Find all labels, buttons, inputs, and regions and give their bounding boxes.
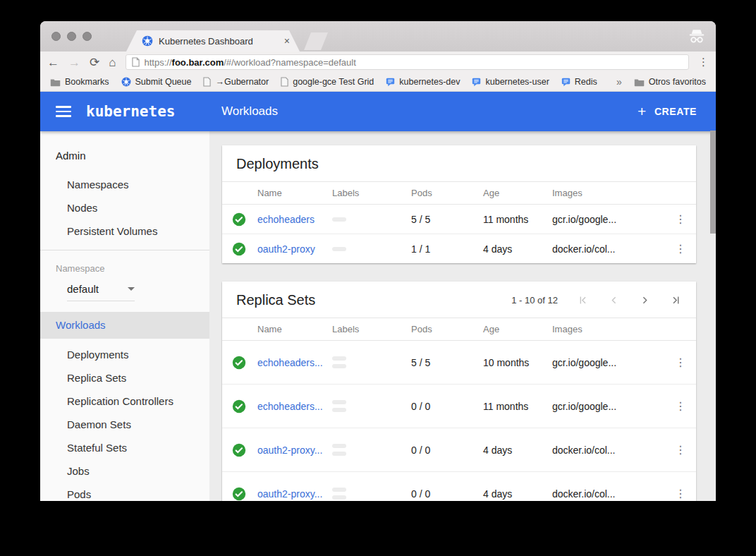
tab-title: Kubernetes Dashboard [159,36,279,47]
sidebar-item[interactable]: Persistent Volumes [40,219,209,243]
page-icon [203,77,211,87]
table-row: echoheaders 5 / 5 11 months gcr.io/googl… [222,205,696,234]
column-header: Name [257,188,332,198]
table-row: echoheaders... 5 / 5 10 months gcr.io/go… [222,341,696,384]
labels-cell [332,356,411,368]
create-button[interactable]: + CREATE [638,105,697,119]
pagination-label: 1 - 10 of 12 [511,295,558,306]
sidebar-section-admin[interactable]: Admin [40,141,209,173]
scrollbar-thumb[interactable] [710,131,716,234]
bookmark-item[interactable]: Submit Queue [121,77,192,87]
page-title: Workloads [221,104,278,119]
sidebar-workloads-list: Deployments Replica Sets Replication Con… [40,339,209,501]
age-cell: 10 months [483,357,552,368]
images-cell: gcr.io/google... [552,214,665,225]
column-header: Pods [411,188,483,198]
browser-toolbar: ← → ⟳ ⌂ https://foo.bar.com/#/workload?n… [40,52,716,73]
bookmark-folder-other[interactable]: Otros favoritos [634,77,706,87]
sidebar-item[interactable]: Daemon Sets [40,413,209,436]
url-domain: foo.bar.com [172,57,224,68]
sidebar-item[interactable]: Jobs [40,459,209,483]
row-menu-icon[interactable]: ⋮ [675,443,686,457]
resource-link[interactable]: oauth2-proxy... [257,488,332,500]
label-chip [332,400,346,404]
images-cell: docker.io/col... [552,488,665,500]
bookmark-item[interactable]: kubernetes-user [472,77,549,87]
sidebar-item-workloads-active[interactable]: Workloads [40,312,209,339]
images-cell: docker.io/col... [552,243,665,255]
column-header: Age [483,188,552,198]
app-header: kubernetes Workloads + CREATE [40,92,716,131]
label-chip [332,488,346,492]
close-window-button[interactable] [51,32,61,41]
page-icon [281,77,288,87]
home-icon[interactable]: ⌂ [109,56,116,68]
last-page-icon[interactable] [670,294,682,306]
labels-cell [332,400,411,412]
replica-sets-card: Replica Sets 1 - 10 of 12 [222,282,696,501]
new-tab-button[interactable] [304,32,328,50]
kubernetes-favicon-icon [142,35,153,47]
row-menu-icon[interactable]: ⋮ [675,242,686,255]
status-ok-icon [232,443,257,457]
age-cell: 11 months [483,401,552,412]
resource-link[interactable]: echoheaders... [257,357,332,368]
bookmark-item[interactable]: google-gce Test Grid [281,77,374,87]
tab-close-icon[interactable]: × [284,35,290,47]
row-menu-icon[interactable]: ⋮ [675,399,686,413]
label-chip [332,444,346,448]
replicasets-table-body: echoheaders... 5 / 5 10 months gcr.io/go… [222,341,696,501]
kubernetes-icon [121,77,131,87]
column-header: Pods [411,324,483,334]
minimize-window-button[interactable] [67,32,76,41]
sidebar-item[interactable]: Replication Controllers [40,389,209,413]
row-menu-icon[interactable]: ⋮ [675,356,686,369]
table-row: echoheaders... 0 / 0 11 months gcr.io/go… [222,384,696,428]
bookmark-item[interactable]: →Gubernator [203,77,269,87]
images-cell: docker.io/col... [552,445,665,456]
bookmark-item[interactable]: Redis [561,77,597,87]
sidebar-item[interactable]: Nodes [40,196,209,219]
status-ok-icon [232,487,257,501]
card-title: Deployments [236,156,319,172]
next-page-icon[interactable] [639,294,651,306]
row-menu-icon[interactable]: ⋮ [675,487,686,500]
bookmarks-overflow-icon[interactable]: » [616,76,622,87]
kubernetes-logo[interactable]: kubernetes [86,103,175,120]
sidebar-item[interactable]: Deployments [40,343,209,366]
url-text: https://foo.bar.com/#/workload?namespace… [145,57,356,68]
sidebar-item[interactable]: Pods [40,483,209,501]
bookmark-label: google-gce Test Grid [293,77,374,87]
resource-link[interactable]: oauth2-proxy... [257,445,332,456]
bookmark-item[interactable]: kubernetes-dev [386,77,460,87]
resource-link[interactable]: echoheaders... [257,401,332,412]
zoom-window-button[interactable] [83,32,92,41]
hamburger-menu-icon[interactable] [56,106,71,117]
table-header: Name Labels Pods Age Images [222,181,696,205]
status-ok-icon [232,399,257,413]
browser-tab[interactable]: Kubernetes Dashboard × [126,30,300,52]
browser-menu-icon[interactable]: ⋮ [698,56,709,68]
column-header: Images [552,324,665,334]
sidebar-item[interactable]: Replica Sets [40,366,209,389]
resource-link[interactable]: echoheaders [257,214,332,225]
status-ok-icon [232,242,257,256]
deployments-card: Deployments Name Labels Pods Age Images [222,145,696,263]
back-icon[interactable]: ← [47,56,59,68]
reload-icon[interactable]: ⟳ [90,56,99,68]
labels-cell [332,488,411,500]
namespace-select[interactable]: default [67,283,135,301]
incognito-icon [688,28,706,45]
chat-icon [561,78,571,87]
bookmark-item[interactable]: Bookmarks [50,77,109,87]
labels-cell [332,217,411,222]
row-menu-icon[interactable]: ⋮ [675,212,686,226]
address-bar[interactable]: https://foo.bar.com/#/workload?namespace… [126,54,689,70]
resource-link[interactable]: oauth2-proxy [257,243,332,255]
table-row: oauth2-proxy 1 / 1 4 days docker.io/col.… [222,234,696,263]
sidebar-item[interactable]: Namespaces [40,173,209,196]
age-cell: 4 days [483,488,552,500]
forward-icon: → [68,56,80,68]
sidebar-item[interactable]: Stateful Sets [40,436,209,459]
label-chip [332,364,346,368]
